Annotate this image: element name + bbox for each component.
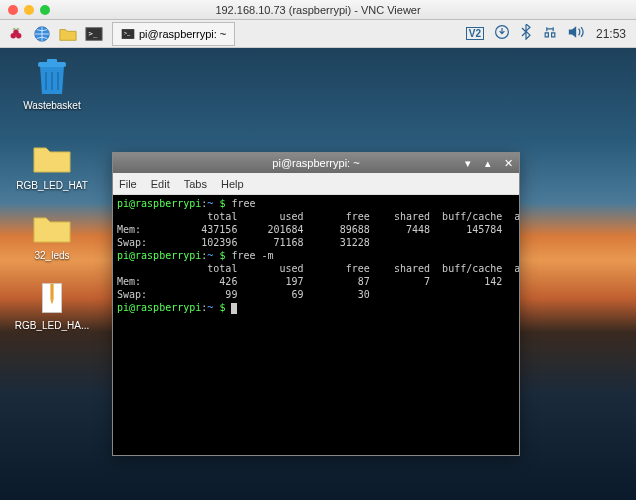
minimize-button[interactable] <box>24 5 34 15</box>
desktop-icon-label: Wastebasket <box>23 100 80 111</box>
zoom-button[interactable] <box>40 5 50 15</box>
desktop-icon-rgb-led-ha[interactable]: RGB_LED_HA... <box>14 278 90 331</box>
desktop-icon-rgb-led-hat[interactable]: RGB_LED_HAT <box>14 138 90 191</box>
archive-icon <box>32 278 72 318</box>
terminal-menu-file[interactable]: File <box>119 178 137 190</box>
desktop-icon-32-leds[interactable]: 32_leds <box>14 208 90 261</box>
download-tray-icon[interactable] <box>494 24 510 43</box>
terminal-close-icon[interactable]: ✕ <box>501 157 515 170</box>
vnc-tray-icon[interactable]: V2 <box>466 27 484 40</box>
trash-icon <box>32 58 72 98</box>
traffic-lights <box>8 5 50 15</box>
network-tray-icon[interactable] <box>542 25 558 42</box>
raspbian-taskbar: >_ >_ pi@raspberrypi: ~ V2 21:53 <box>0 20 636 48</box>
terminal-launcher-icon[interactable]: >_ <box>82 22 106 46</box>
svg-rect-10 <box>47 59 57 63</box>
terminal-menu-tabs[interactable]: Tabs <box>184 178 207 190</box>
desktop-icon-label: 32_leds <box>34 250 69 261</box>
svg-text:>_: >_ <box>124 30 131 36</box>
taskbar-app-terminal[interactable]: >_ pi@raspberrypi: ~ <box>112 22 235 46</box>
terminal-body[interactable]: pi@raspberrypi:~ $ free total used free … <box>113 195 519 455</box>
svg-rect-12 <box>50 284 53 300</box>
terminal-title: pi@raspberrypi: ~ <box>113 157 519 169</box>
macos-titlebar: 192.168.10.73 (raspberrypi) - VNC Viewer <box>0 0 636 20</box>
svg-text:>_: >_ <box>89 28 98 37</box>
terminal-menu-edit[interactable]: Edit <box>151 178 170 190</box>
window-title: 192.168.10.73 (raspberrypi) - VNC Viewer <box>0 4 636 16</box>
folder-icon <box>32 208 72 248</box>
terminal-menu-help[interactable]: Help <box>221 178 244 190</box>
svg-point-2 <box>13 29 18 34</box>
terminal-maximize-icon[interactable]: ▴ <box>481 157 495 170</box>
terminal-titlebar[interactable]: pi@raspberrypi: ~ ▾ ▴ ✕ <box>113 153 519 173</box>
volume-tray-icon[interactable] <box>568 25 586 42</box>
raspberry-menu-icon[interactable] <box>4 22 28 46</box>
desktop-icon-label: RGB_LED_HAT <box>16 180 88 191</box>
vnc-content: >_ >_ pi@raspberrypi: ~ V2 21:53 Wa <box>0 20 636 500</box>
folder-icon <box>32 138 72 178</box>
taskbar-app-label: pi@raspberrypi: ~ <box>139 28 226 40</box>
taskbar-clock[interactable]: 21:53 <box>596 27 626 41</box>
desktop-icon-label: RGB_LED_HA... <box>15 320 89 331</box>
close-button[interactable] <box>8 5 18 15</box>
file-manager-icon[interactable] <box>56 22 80 46</box>
terminal-window: pi@raspberrypi: ~ ▾ ▴ ✕ FileEditTabsHelp… <box>112 152 520 456</box>
web-browser-icon[interactable] <box>30 22 54 46</box>
terminal-menubar: FileEditTabsHelp <box>113 173 519 195</box>
terminal-minimize-icon[interactable]: ▾ <box>461 157 475 170</box>
desktop-icon-wastebasket[interactable]: Wastebasket <box>14 58 90 111</box>
bluetooth-tray-icon[interactable] <box>520 24 532 43</box>
